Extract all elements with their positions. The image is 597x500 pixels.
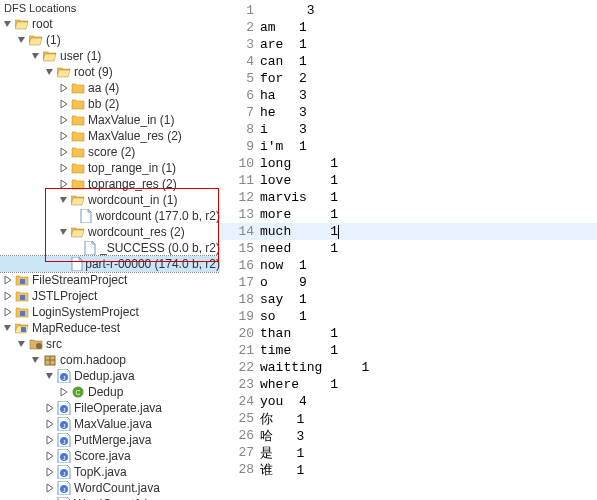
expander-closed-icon[interactable] [58, 147, 70, 157]
tree-pane[interactable]: DFS Locations root(1)user (1)root (9)aa … [0, 0, 220, 500]
tree-item-dedupj[interactable]: JDedup.java [0, 368, 220, 384]
editor-line[interactable]: 16now 1 [220, 257, 597, 274]
expander-closed-icon[interactable] [58, 179, 70, 189]
folder-tree[interactable]: root(1)user (1)root (9)aa (4)bb (2)MaxVa… [0, 16, 220, 500]
editor-line[interactable]: 6ha 3 [220, 87, 597, 104]
line-content[interactable]: 是 1 [260, 444, 304, 462]
editor-line[interactable]: 19so 1 [220, 308, 597, 325]
editor-line[interactable]: 14much 1 [220, 223, 597, 240]
tree-item-fsp[interactable]: FileStreamProject [0, 272, 220, 288]
editor-line[interactable]: 25你 1 [220, 410, 597, 427]
tree-item-mrt[interactable]: MapReduce-test [0, 320, 220, 336]
expander-closed-icon[interactable] [44, 435, 56, 445]
expander-closed-icon[interactable] [44, 403, 56, 413]
expander-open-icon[interactable] [30, 355, 42, 365]
expander-open-icon[interactable] [44, 67, 56, 77]
line-content[interactable]: you 4 [260, 394, 307, 409]
line-content[interactable]: 你 1 [260, 410, 304, 428]
tree-item-root_label[interactable]: root [0, 16, 220, 32]
tree-item-maxvalin[interactable]: MaxValue_in (1) [0, 112, 220, 128]
editor-line[interactable]: 10long 1 [220, 155, 597, 172]
expander-open-icon[interactable] [44, 371, 56, 381]
editor-line[interactable]: 24you 4 [220, 393, 597, 410]
line-content[interactable]: love 1 [260, 173, 338, 188]
editor-line[interactable]: 2am 1 [220, 19, 597, 36]
tree-item-wc[interactable]: wordcount (177.0 b, r2) [0, 208, 220, 224]
line-content[interactable]: time 1 [260, 343, 338, 358]
tree-item-pkg[interactable]: com.hadoop [0, 352, 220, 368]
editor-line[interactable]: 1 3 [220, 2, 597, 19]
tree-item-part[interactable]: part-r-00000 (174.0 b, r2) [0, 256, 220, 272]
editor-line[interactable]: 26哈 3 [220, 427, 597, 444]
line-content[interactable]: 哈 3 [260, 427, 304, 445]
expander-open-icon[interactable] [30, 51, 42, 61]
tree-item-score[interactable]: score (2) [0, 144, 220, 160]
expander-open-icon[interactable] [2, 19, 14, 29]
expander-closed-icon[interactable] [58, 163, 70, 173]
editor-line[interactable]: 22waitting 1 [220, 359, 597, 376]
tree-item-toprangeres[interactable]: toprange_res (2) [0, 176, 220, 192]
editor-line[interactable]: 21time 1 [220, 342, 597, 359]
editor-line[interactable]: 8i 3 [220, 121, 597, 138]
editor-line[interactable]: 12marvis 1 [220, 189, 597, 206]
expander-closed-icon[interactable] [58, 387, 70, 397]
line-content[interactable]: marvis 1 [260, 190, 338, 205]
tree-item-user[interactable]: user (1) [0, 48, 220, 64]
line-content[interactable]: for 2 [260, 71, 307, 86]
tree-item-dedup[interactable]: CDedup [0, 384, 220, 400]
line-content[interactable]: i'm 1 [260, 139, 307, 154]
expander-closed-icon[interactable] [2, 307, 14, 317]
tree-item-maxvj[interactable]: JMaxValue.java [0, 416, 220, 432]
line-content[interactable]: than 1 [260, 326, 338, 341]
editor-line[interactable]: 13more 1 [220, 206, 597, 223]
editor-line[interactable]: 7he 3 [220, 104, 597, 121]
editor-line[interactable]: 20than 1 [220, 325, 597, 342]
expander-closed-icon[interactable] [44, 451, 56, 461]
tree-item-aa[interactable]: aa (4) [0, 80, 220, 96]
expander-open-icon[interactable] [2, 323, 14, 333]
editor-line[interactable]: 15need 1 [220, 240, 597, 257]
editor-line[interactable]: 3are 1 [220, 36, 597, 53]
line-content[interactable]: need 1 [260, 241, 338, 256]
tree-item-wc1j[interactable]: JWordCount1.java [0, 496, 220, 500]
line-content[interactable]: say 1 [260, 292, 307, 307]
tree-item-toprangein[interactable]: top_range_in (1) [0, 160, 220, 176]
tree-item-putm[interactable]: JPutMerge.java [0, 432, 220, 448]
expander-closed-icon[interactable] [2, 275, 14, 285]
expander-open-icon[interactable] [58, 195, 70, 205]
line-content[interactable]: he 3 [260, 105, 307, 120]
editor-line[interactable]: 5for 2 [220, 70, 597, 87]
expander-open-icon[interactable] [16, 35, 28, 45]
expander-closed-icon[interactable] [44, 419, 56, 429]
expander-closed-icon[interactable] [44, 483, 56, 493]
line-content[interactable]: are 1 [260, 37, 307, 52]
line-content[interactable]: now 1 [260, 258, 307, 273]
editor-line[interactable]: 11love 1 [220, 172, 597, 189]
line-content[interactable]: so 1 [260, 309, 307, 324]
tree-item-fileop[interactable]: JFileOperate.java [0, 400, 220, 416]
tree-item-topk[interactable]: JTopK.java [0, 464, 220, 480]
expander-closed-icon[interactable] [44, 467, 56, 477]
expander-open-icon[interactable] [58, 227, 70, 237]
line-content[interactable]: where 1 [260, 377, 338, 392]
tree-item-lsp[interactable]: LoginSystemProject [0, 304, 220, 320]
expander-closed-icon[interactable] [2, 291, 14, 301]
line-content[interactable]: long 1 [260, 156, 338, 171]
tree-item-root1[interactable]: root (9) [0, 64, 220, 80]
tree-item-wcres[interactable]: wordcount_res (2) [0, 224, 220, 240]
line-content[interactable]: am 1 [260, 20, 307, 35]
expander-closed-icon[interactable] [58, 83, 70, 93]
tree-item-suc[interactable]: _SUCCESS (0.0 b, r2) [0, 240, 220, 256]
tree-item-wcin[interactable]: wordcount_in (1) [0, 192, 220, 208]
editor-line[interactable]: 4can 1 [220, 53, 597, 70]
tree-item-one[interactable]: (1) [0, 32, 220, 48]
editor-line[interactable]: 17o 9 [220, 274, 597, 291]
expander-open-icon[interactable] [16, 339, 28, 349]
editor-line[interactable]: 28谁 1 [220, 461, 597, 478]
tree-item-bb[interactable]: bb (2) [0, 96, 220, 112]
tree-item-wcj[interactable]: JWordCount.java [0, 480, 220, 496]
editor-line[interactable]: 27是 1 [220, 444, 597, 461]
editor-line[interactable]: 18say 1 [220, 291, 597, 308]
line-content[interactable]: much 1 [260, 224, 339, 239]
line-content[interactable]: 谁 1 [260, 461, 304, 479]
